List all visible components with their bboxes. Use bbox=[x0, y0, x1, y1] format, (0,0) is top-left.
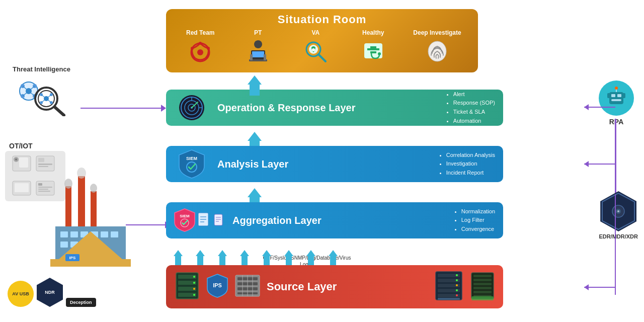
operation-response-layer: Operation & Response Layer Alert Respons… bbox=[166, 90, 503, 126]
svg-point-19 bbox=[378, 52, 381, 55]
rpa-box: RPA bbox=[599, 80, 634, 126]
healthy-icon bbox=[357, 38, 389, 64]
svg-point-119 bbox=[456, 274, 458, 276]
rpa-op-hline bbox=[584, 107, 615, 108]
arrow-analysis-to-op bbox=[248, 75, 262, 96]
svg-line-13 bbox=[318, 54, 326, 61]
sr-item-pt: PT bbox=[240, 29, 276, 65]
svg-point-61 bbox=[64, 179, 72, 189]
svg-rect-7 bbox=[252, 51, 264, 57]
svg-rect-50 bbox=[38, 166, 48, 167]
svg-rect-57 bbox=[38, 191, 50, 192]
threat-intel-icon bbox=[13, 76, 70, 121]
redteam-icon bbox=[184, 38, 216, 64]
server-rack-icon bbox=[174, 271, 200, 303]
source-layer: IPS Source Layer bbox=[166, 265, 503, 308]
svg-rect-130 bbox=[473, 291, 492, 293]
edr-label: EDR/MDR/XDR bbox=[599, 233, 638, 239]
svg-rect-54 bbox=[38, 183, 42, 186]
badge-deception: Deception bbox=[66, 298, 96, 307]
sau-head bbox=[174, 250, 183, 256]
svg-rect-59 bbox=[78, 176, 85, 226]
svg-rect-66 bbox=[70, 231, 78, 237]
source-layer-title: Source Layer bbox=[267, 280, 428, 293]
sau-head bbox=[284, 250, 293, 256]
badge-av-usb: AV USB bbox=[8, 281, 34, 307]
small-arrow-3 bbox=[218, 250, 227, 266]
sr-label-pt: PT bbox=[254, 29, 262, 36]
ot-iot-label: OT/IOT bbox=[9, 142, 33, 150]
svg-rect-132 bbox=[471, 296, 494, 300]
op-icon-area bbox=[174, 95, 209, 120]
va-icon bbox=[299, 38, 332, 64]
rpa-icon bbox=[599, 80, 634, 116]
svg-point-102 bbox=[193, 288, 195, 290]
sau-head bbox=[240, 250, 249, 256]
analysis-layer-bullets: Correlation Analysis Investigation Incid… bbox=[440, 151, 495, 178]
arrow-left-head bbox=[584, 104, 589, 110]
svg-rect-138 bbox=[617, 94, 621, 97]
svg-text:SIEM: SIEM bbox=[186, 156, 197, 161]
op-layer-title: Operation & Response Layer bbox=[217, 102, 439, 114]
svg-rect-135 bbox=[607, 93, 610, 98]
svg-point-1 bbox=[197, 49, 203, 55]
small-arrow-1 bbox=[174, 250, 183, 266]
aggregation-icon-area: SIEM bbox=[174, 208, 224, 232]
threat-intelligence: Threat Intelligence bbox=[13, 65, 70, 121]
small-arrow-6 bbox=[284, 250, 293, 266]
svg-rect-74 bbox=[50, 259, 131, 267]
threat-intel-arrow bbox=[80, 105, 166, 112]
sau-body bbox=[219, 256, 225, 266]
svg-point-100 bbox=[193, 276, 195, 278]
svg-point-122 bbox=[456, 289, 458, 291]
svg-rect-16 bbox=[370, 46, 376, 48]
arrow-head-up bbox=[248, 132, 262, 141]
sau-body bbox=[286, 256, 292, 266]
svg-rect-58 bbox=[65, 186, 71, 226]
svg-rect-49 bbox=[38, 164, 52, 165]
sr-label-healthy: Healthy bbox=[362, 29, 384, 36]
sr-item-healthy: Healthy bbox=[356, 29, 391, 65]
edr-icon bbox=[600, 191, 636, 231]
svg-rect-134 bbox=[609, 92, 623, 104]
factory-illustration: IPS bbox=[50, 166, 131, 267]
analysis-layer: SIEM Analysis Layer Correlation Analysis… bbox=[166, 146, 503, 182]
svg-rect-129 bbox=[473, 287, 492, 289]
sau-head bbox=[262, 250, 271, 256]
edr-vline-down bbox=[615, 194, 616, 295]
aggregation-layer-title: Aggregation Layer bbox=[232, 215, 447, 226]
sau-body bbox=[264, 256, 270, 266]
arrow-head-up bbox=[248, 75, 262, 85]
aggregation-layer-bullets: Normalization Log Filter Convergence bbox=[455, 207, 495, 234]
edr-source-hline bbox=[584, 287, 615, 288]
svg-point-145 bbox=[617, 210, 619, 212]
bottom-badges: AV USB NDR Deception bbox=[8, 278, 96, 307]
svg-point-141 bbox=[615, 87, 618, 90]
threat-intel-label: Threat Intelligence bbox=[13, 65, 70, 73]
sau-body bbox=[330, 256, 336, 266]
svg-rect-139 bbox=[611, 99, 621, 101]
svg-point-14 bbox=[312, 48, 315, 51]
sau-body bbox=[242, 256, 248, 266]
sr-item-deep-investigate: Deep Investigate bbox=[413, 29, 461, 65]
otiot-arrow bbox=[126, 221, 170, 228]
svg-text:SIEM: SIEM bbox=[180, 214, 190, 218]
arrow-body bbox=[250, 85, 260, 96]
svg-rect-10 bbox=[264, 54, 266, 60]
svg-rect-136 bbox=[622, 93, 625, 98]
sau-body bbox=[308, 256, 314, 266]
situation-room-title: Situation Room bbox=[173, 13, 471, 26]
situation-room-items: Red Team bbox=[173, 29, 471, 65]
analysis-icon-area: SIEM bbox=[174, 149, 209, 179]
svg-rect-56 bbox=[38, 189, 48, 190]
svg-rect-71 bbox=[60, 242, 68, 248]
analysis-layer-title: Analysis Layer bbox=[217, 158, 432, 170]
svg-text:IPS: IPS bbox=[69, 256, 76, 260]
svg-point-45 bbox=[15, 158, 17, 160]
svg-rect-9 bbox=[250, 54, 253, 60]
sau-body bbox=[175, 256, 181, 266]
sau-head bbox=[218, 250, 227, 256]
situation-room: Situation Room Red Team bbox=[166, 9, 478, 72]
svg-rect-69 bbox=[101, 231, 108, 237]
svg-point-5 bbox=[254, 40, 262, 48]
